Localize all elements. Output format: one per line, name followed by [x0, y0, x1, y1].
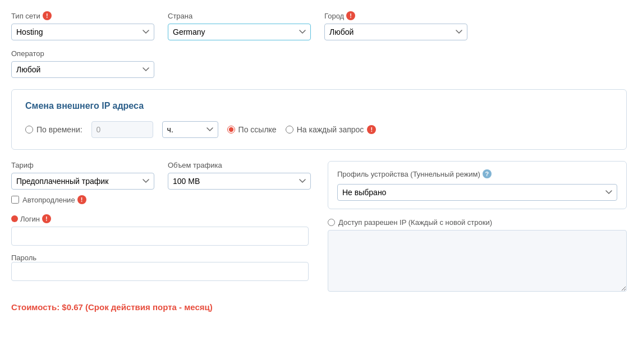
- city-info-icon[interactable]: !: [346, 11, 355, 20]
- login-info-icon[interactable]: !: [42, 214, 51, 223]
- time-value-input[interactable]: [91, 121, 153, 138]
- network-type-select[interactable]: Hosting Residential Mobile Datacenter: [11, 24, 154, 40]
- tariff-select[interactable]: Предоплаченный трафик Постоплата: [11, 173, 154, 190]
- each-request-radio[interactable]: На каждый запрос !: [286, 125, 377, 134]
- operator-select[interactable]: Любой Deutsche Telekom Vodafone O2: [11, 61, 154, 78]
- network-type-info-icon[interactable]: !: [43, 11, 52, 20]
- autorenew-label: Автопродление !: [22, 195, 86, 204]
- profile-title: Профиль устройства (Туннельный режим) ?: [337, 169, 617, 178]
- each-request-label: На каждый запрос: [297, 125, 364, 134]
- traffic-label: Объем трафика: [168, 161, 311, 169]
- each-request-info-icon[interactable]: !: [367, 125, 376, 134]
- network-type-label: Тип сети !: [11, 11, 154, 20]
- login-input[interactable]: [11, 227, 309, 246]
- operator-label: Оператор: [11, 49, 154, 58]
- login-label: Логин !: [11, 214, 314, 223]
- profile-select[interactable]: Не выбрано Профиль 1 Профиль 2: [337, 184, 617, 201]
- each-request-radio-input[interactable]: [286, 126, 293, 133]
- by-time-radio[interactable]: По времени:: [25, 125, 82, 134]
- country-select[interactable]: Germany USA UK France: [168, 24, 311, 40]
- time-unit-select[interactable]: ч. мин. сек.: [162, 121, 218, 138]
- tariff-label: Тариф: [11, 161, 154, 169]
- ip-change-section: Смена внешнего IP адреса По времени: ч. …: [11, 89, 627, 150]
- traffic-select[interactable]: 100 MB 500 MB 1 GB 5 GB: [168, 173, 311, 190]
- autorenew-checkbox[interactable]: [11, 196, 19, 204]
- ip-access-label: Доступ разрешен IP (Каждый с новой строк…: [328, 218, 627, 227]
- by-link-radio[interactable]: По ссылке: [227, 125, 277, 134]
- ip-access-textarea[interactable]: [328, 230, 627, 292]
- city-select[interactable]: Любой Berlin Munich Hamburg: [324, 24, 467, 40]
- profile-info-icon[interactable]: ?: [483, 169, 492, 178]
- city-label: Город !: [324, 11, 467, 20]
- cost-label: Стоимость: $0.67 (Срок действия порта - …: [11, 302, 627, 312]
- by-time-label: По времени:: [36, 125, 82, 134]
- autorenew-info-icon[interactable]: !: [77, 195, 86, 204]
- ip-access-radio[interactable]: [328, 219, 335, 226]
- by-time-radio-input[interactable]: [25, 126, 33, 133]
- login-radio-dot: [11, 215, 18, 222]
- country-label: Страна: [168, 12, 311, 20]
- by-link-radio-input[interactable]: [227, 126, 235, 133]
- by-link-label: По ссылке: [238, 125, 277, 134]
- password-input[interactable]: [11, 262, 309, 281]
- password-label: Пароль: [11, 254, 314, 262]
- ip-change-title: Смена внешнего IP адреса: [25, 101, 613, 111]
